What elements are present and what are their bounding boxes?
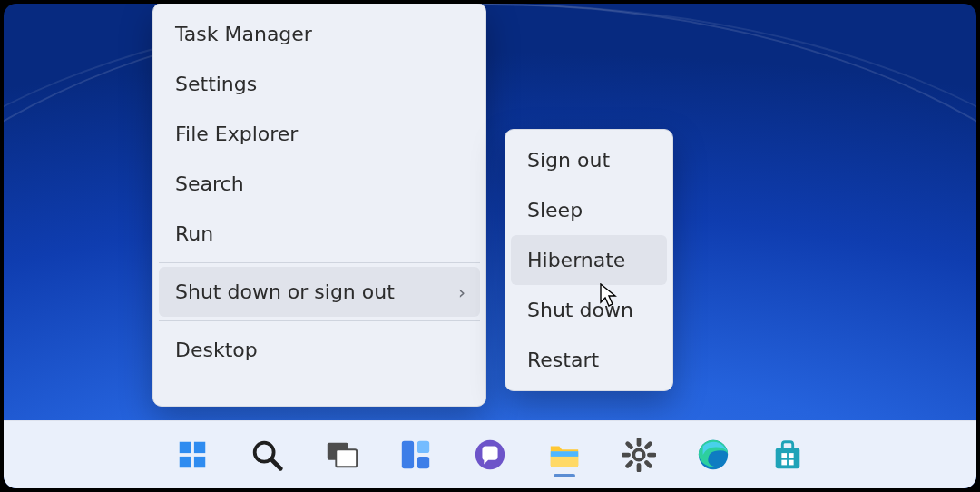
svg-rect-2	[180, 457, 191, 467]
svg-rect-24	[776, 448, 800, 468]
menu-item-label: Search	[175, 172, 244, 195]
menu-item-label: Shut down or sign out	[175, 280, 395, 303]
menu-item-shutdown-or-signout[interactable]: Shut down or sign out ›	[159, 267, 480, 317]
menu-item-label: Task Manager	[175, 23, 312, 45]
submenu-item-sleep[interactable]: Sleep	[511, 185, 667, 235]
svg-line-20	[647, 463, 651, 467]
svg-rect-1	[194, 442, 205, 453]
svg-rect-13	[551, 451, 578, 457]
menu-item-desktop[interactable]: Desktop	[159, 325, 480, 375]
menu-item-label: Hibernate	[527, 249, 625, 271]
submenu-item-sign-out[interactable]: Sign out	[511, 135, 667, 185]
menu-item-search[interactable]: Search	[159, 159, 480, 209]
svg-rect-8	[402, 441, 414, 468]
taskbar	[4, 420, 976, 488]
file-explorer-icon[interactable]	[543, 428, 586, 481]
submenu-item-shut-down[interactable]: Shut down	[511, 285, 667, 335]
search-icon[interactable]	[245, 428, 289, 481]
svg-rect-9	[417, 441, 429, 453]
microsoft-store-icon[interactable]	[766, 428, 809, 481]
winx-context-menu: Task Manager Settings File Explorer Sear…	[152, 4, 486, 407]
svg-line-21	[647, 444, 651, 448]
svg-rect-28	[789, 460, 794, 466]
menu-item-label: Settings	[175, 73, 257, 95]
submenu-item-hibernate[interactable]: Hibernate	[511, 235, 667, 285]
menu-item-run[interactable]: Run	[159, 209, 480, 259]
menu-item-label: Sign out	[527, 149, 610, 172]
chevron-right-icon: ›	[458, 281, 466, 303]
menu-item-label: Run	[175, 222, 213, 245]
svg-line-22	[628, 463, 632, 467]
svg-point-14	[633, 449, 643, 459]
menu-item-label: Desktop	[175, 339, 258, 361]
svg-rect-26	[789, 453, 794, 458]
settings-icon[interactable]	[617, 428, 661, 481]
svg-rect-25	[781, 453, 787, 458]
chat-icon[interactable]	[468, 428, 512, 481]
menu-item-settings[interactable]: Settings	[159, 59, 480, 109]
svg-line-5	[272, 460, 281, 469]
menu-item-label: Sleep	[527, 199, 583, 221]
desktop-background: Task Manager Settings File Explorer Sear…	[4, 4, 976, 488]
start-icon[interactable]	[171, 428, 214, 481]
widgets-icon[interactable]	[394, 428, 437, 481]
menu-separator	[159, 320, 480, 321]
svg-rect-0	[180, 442, 191, 453]
menu-item-label: File Explorer	[175, 123, 298, 145]
edge-icon[interactable]	[691, 428, 735, 481]
menu-item-label: Shut down	[527, 299, 633, 321]
submenu-item-restart[interactable]: Restart	[511, 335, 667, 385]
task-view-icon[interactable]	[319, 428, 363, 481]
menu-separator	[159, 262, 480, 263]
svg-rect-10	[417, 457, 429, 468]
svg-rect-3	[194, 457, 205, 467]
power-submenu: Sign out Sleep Hibernate Shut down Resta…	[505, 129, 673, 391]
svg-line-19	[628, 444, 632, 448]
menu-item-task-manager[interactable]: Task Manager	[159, 9, 480, 59]
svg-rect-7	[336, 449, 357, 467]
menu-item-label: Restart	[527, 349, 599, 371]
svg-rect-27	[781, 460, 787, 466]
menu-item-file-explorer[interactable]: File Explorer	[159, 109, 480, 159]
